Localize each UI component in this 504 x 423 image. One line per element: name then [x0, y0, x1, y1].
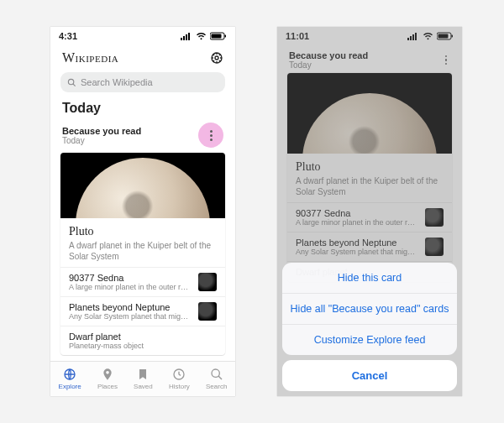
- article-subtitle: A dwarf planet in the Kuiper belt of the…: [296, 175, 444, 197]
- card-subhead: Today: [289, 60, 368, 70]
- article-title: Pluto: [296, 160, 444, 174]
- section-title: Today: [50, 101, 235, 119]
- wifi-icon: [196, 32, 207, 40]
- search-placeholder: Search Wikipedia: [81, 77, 153, 87]
- signal-icon: [407, 32, 419, 40]
- article-hero-image: [60, 153, 225, 218]
- svg-point-9: [68, 79, 73, 84]
- card-header: Because you read Today: [50, 119, 235, 153]
- article-hero-image: [287, 73, 452, 154]
- because-you-read-card: Pluto A dwarf planet in the Kuiper belt …: [287, 73, 452, 282]
- related-thumb: [425, 238, 444, 256]
- tab-explore[interactable]: Explore: [59, 368, 81, 390]
- card-heading: Because you read: [289, 50, 368, 60]
- article-title: Pluto: [69, 225, 217, 238]
- phone-action-sheet: 11:01 Because you read Today Pluto A d: [277, 27, 462, 396]
- tab-search[interactable]: Search: [206, 368, 227, 390]
- tab-bar: Explore Places Saved History Search: [50, 361, 235, 396]
- svg-point-12: [212, 369, 219, 377]
- card-menu-button[interactable]: [442, 52, 451, 69]
- search-icon: [67, 78, 76, 87]
- related-thumb: [425, 208, 444, 227]
- sheet-hide-all[interactable]: Hide all "Because you read" cards: [282, 293, 457, 324]
- card-menu-button[interactable]: [198, 123, 223, 148]
- card-header: Because you read Today: [277, 45, 462, 73]
- svg-rect-0: [181, 38, 182, 40]
- svg-point-8: [215, 56, 218, 60]
- sheet-hide-card[interactable]: Hide this card: [282, 263, 457, 293]
- tab-saved[interactable]: Saved: [134, 368, 153, 390]
- wikipedia-wordmark: Wikipedia: [62, 50, 118, 65]
- brand-row: Wikipedia: [50, 45, 235, 69]
- related-item: 90377 Sedna A large minor planet in the …: [287, 202, 452, 232]
- status-icons: [407, 32, 454, 40]
- because-you-read-card[interactable]: Pluto A dwarf planet in the Kuiper belt …: [60, 153, 225, 355]
- status-bar: 11:01: [277, 27, 462, 45]
- related-item: Planets beyond Neptune Any Solar System …: [287, 232, 452, 261]
- card-subhead: Today: [62, 136, 141, 145]
- svg-rect-13: [407, 38, 409, 40]
- battery-icon: [437, 32, 454, 40]
- article-subtitle: A dwarf planet in the Kuiper belt of the…: [69, 240, 217, 262]
- signal-icon: [181, 32, 192, 40]
- settings-icon[interactable]: [210, 51, 223, 65]
- related-item[interactable]: Dwarf planet Planetary-mass object: [60, 326, 225, 355]
- svg-rect-19: [452, 35, 454, 38]
- related-item[interactable]: 90377 Sedna A large minor planet in the …: [60, 267, 225, 296]
- svg-rect-6: [225, 35, 227, 38]
- search-input[interactable]: Search Wikipedia: [60, 72, 225, 92]
- svg-rect-3: [188, 33, 190, 40]
- related-item[interactable]: Planets beyond Neptune Any Solar System …: [60, 296, 225, 326]
- sheet-customize[interactable]: Customize Explore feed: [282, 324, 457, 355]
- svg-rect-1: [183, 36, 185, 40]
- pluto-image: [302, 93, 437, 154]
- svg-rect-16: [415, 33, 417, 40]
- wifi-icon: [423, 32, 433, 40]
- svg-rect-18: [438, 34, 449, 39]
- related-thumb: [198, 273, 217, 291]
- status-icons: [181, 32, 227, 40]
- tab-history[interactable]: History: [169, 368, 190, 390]
- status-time: 4:31: [59, 31, 77, 41]
- battery-icon: [210, 32, 227, 40]
- card-heading: Because you read: [62, 126, 141, 136]
- status-time: 11:01: [286, 31, 309, 41]
- action-sheet: Hide this card Hide all "Because you rea…: [277, 258, 462, 396]
- sheet-cancel[interactable]: Cancel: [282, 360, 457, 391]
- svg-rect-2: [186, 34, 187, 40]
- svg-rect-15: [412, 34, 414, 40]
- tab-places[interactable]: Places: [97, 368, 118, 390]
- pluto-image: [76, 158, 210, 218]
- svg-rect-14: [410, 36, 412, 40]
- svg-rect-5: [212, 34, 222, 39]
- related-thumb: [198, 302, 217, 321]
- phone-explore: 4:31 Wikipedia Search Wikipedia Today Be…: [50, 27, 235, 396]
- status-bar: 4:31: [50, 27, 235, 45]
